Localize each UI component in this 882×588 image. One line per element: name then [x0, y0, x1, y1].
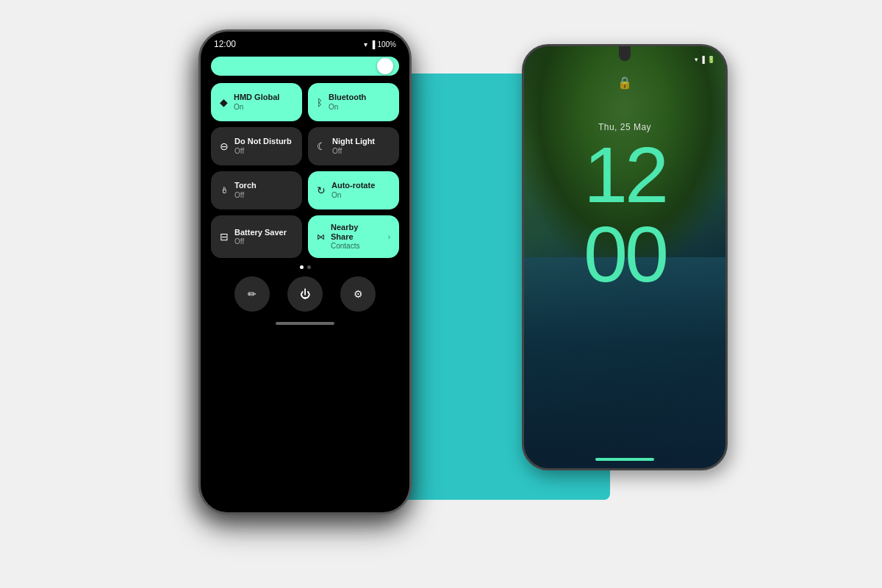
wifi-icon: ▾ [695, 56, 698, 63]
dnd-icon: ⊖ [220, 140, 229, 152]
bluetooth-icon: ᛒ [317, 97, 323, 108]
battery-percent: 100% [377, 40, 396, 49]
back-notch [619, 46, 631, 61]
qs-tiles-grid: ◆ HMD Global On ᛒ Bluetooth On [211, 83, 399, 258]
battery-saver-label: Battery Saver [234, 228, 287, 237]
wifi-status-icon: ▾ [364, 40, 368, 49]
night-light-sublabel: Off [332, 147, 375, 156]
battery-icon: 🔋 [707, 56, 715, 63]
brightness-thumb[interactable] [377, 58, 393, 74]
settings-icon: ⚙ [354, 288, 363, 300]
phone-back-screen: ▾ ▐ 🔋 🔒 Thu, 25 May 12 00 [524, 46, 725, 468]
dnd-sublabel: Off [234, 147, 292, 156]
bluetooth-sublabel: On [329, 103, 366, 112]
hmd-icon: ◆ [220, 96, 228, 108]
signal-status-icon: ▐ [370, 40, 375, 49]
auto-rotate-text: Auto-rotate On [331, 181, 375, 199]
home-bar-line [276, 322, 334, 325]
torch-icon: 🕯 [220, 185, 229, 196]
battery-saver-text: Battery Saver Off [234, 228, 287, 246]
torch-label: Torch [234, 181, 257, 190]
bluetooth-text: Bluetooth On [329, 93, 366, 111]
dot-2 [307, 265, 311, 269]
hmd-label: HMD Global [234, 93, 279, 102]
phone-front: 12:00 ▾ ▐ 100% [198, 29, 412, 514]
page-dots [211, 265, 399, 269]
night-light-icon: ☾ [317, 140, 326, 152]
lock-icon: 🔒 [617, 76, 632, 90]
tile-bluetooth[interactable]: ᛒ Bluetooth On [308, 83, 399, 121]
tile-night-light[interactable]: ☾ Night Light Off [308, 127, 399, 165]
torch-sublabel: Off [234, 191, 257, 200]
home-bar [211, 322, 399, 325]
dnd-label: Do Not Disturb [234, 137, 292, 146]
brightness-row[interactable] [211, 57, 399, 76]
battery-saver-sublabel: Off [234, 237, 287, 246]
edit-button[interactable]: ✏ [234, 276, 270, 312]
status-time: 12:00 [214, 39, 236, 49]
nearby-share-label: Nearby Share [331, 223, 382, 242]
back-status-icons: ▾ ▐ 🔋 [695, 56, 715, 63]
bluetooth-label: Bluetooth [329, 93, 366, 102]
battery-saver-icon: ⊟ [220, 231, 229, 243]
phone-front-body: 12:00 ▾ ▐ 100% [198, 29, 412, 514]
nearby-share-text: Nearby Share Contacts [331, 223, 382, 251]
phone-back: ▾ ▐ 🔋 🔒 Thu, 25 May 12 00 [522, 44, 728, 470]
phone-back-body: ▾ ▐ 🔋 🔒 Thu, 25 May 12 00 [522, 44, 728, 470]
torch-text: Torch Off [234, 181, 257, 199]
bottom-buttons: ✏ ⏻ ⚙ [211, 276, 399, 312]
hmd-sublabel: On [234, 103, 279, 112]
edit-icon: ✏ [248, 288, 257, 300]
tile-dnd[interactable]: ⊖ Do Not Disturb Off [211, 127, 302, 165]
signal-icon: ▐ [700, 56, 705, 63]
power-icon: ⏻ [300, 288, 310, 300]
auto-rotate-sublabel: On [331, 191, 375, 200]
hmd-text: HMD Global On [234, 93, 279, 111]
tile-nearby-share[interactable]: ⋈ Nearby Share Contacts › [308, 215, 399, 258]
power-button[interactable]: ⏻ [287, 276, 323, 312]
lock-screen-content: 🔒 Thu, 25 May 12 00 [524, 46, 725, 468]
settings-button[interactable]: ⚙ [340, 276, 376, 312]
tile-hmd-global[interactable]: ◆ HMD Global On [211, 83, 302, 121]
tile-torch[interactable]: 🕯 Torch Off [211, 171, 302, 209]
qs-panel: ◆ HMD Global On ᛒ Bluetooth On [201, 52, 409, 332]
lock-time-hour: 12 00 [584, 135, 666, 294]
status-icons: ▾ ▐ 100% [364, 40, 396, 49]
nearby-share-sublabel: Contacts [331, 242, 382, 251]
scene: ▾ ▐ 🔋 🔒 Thu, 25 May 12 00 [110, 29, 772, 559]
night-light-label: Night Light [332, 137, 375, 146]
tile-battery-saver[interactable]: ⊟ Battery Saver Off [211, 215, 302, 258]
nearby-share-chevron: › [388, 233, 390, 241]
night-light-text: Night Light Off [332, 137, 375, 155]
brightness-slider[interactable] [211, 57, 399, 76]
front-notch [300, 32, 310, 45]
phone-front-screen: 12:00 ▾ ▐ 100% [201, 32, 409, 512]
auto-rotate-icon: ↻ [317, 184, 326, 196]
auto-rotate-label: Auto-rotate [331, 181, 375, 190]
dnd-text: Do Not Disturb Off [234, 137, 292, 155]
tile-auto-rotate[interactable]: ↻ Auto-rotate On [308, 171, 399, 209]
nearby-share-icon: ⋈ [317, 232, 325, 242]
dot-1 [300, 265, 304, 269]
